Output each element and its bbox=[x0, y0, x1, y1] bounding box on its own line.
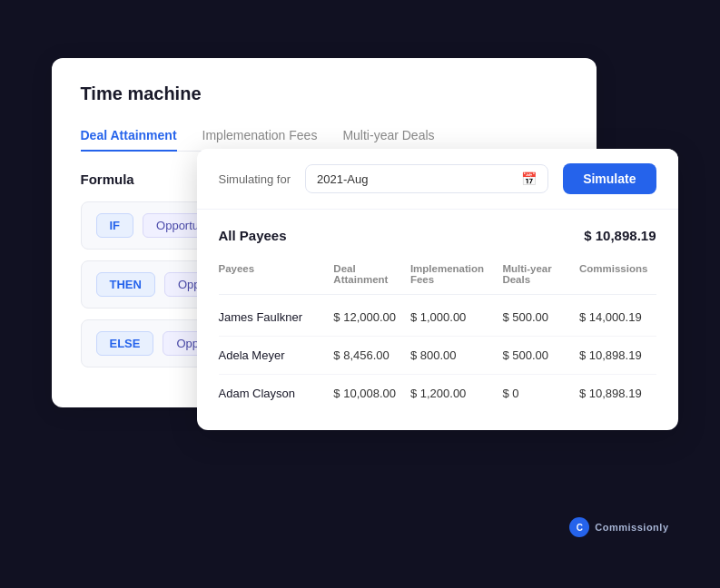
results-body: All Payees $ 10,898.19 Payees Deal Attai… bbox=[197, 210, 678, 430]
results-card: Simulating for 📅 Simulate All Payees $ 1… bbox=[197, 149, 678, 430]
tabs: Deal Attainment Implemenation Fees Multi… bbox=[81, 121, 567, 152]
row1-name: James Faulkner bbox=[219, 310, 334, 324]
row3-comm: $ 10,898.19 bbox=[579, 387, 656, 400]
row1-deal: $ 12,000.00 bbox=[333, 310, 410, 324]
row3-multi: $ 0 bbox=[502, 387, 579, 400]
row2-multi: $ 500.00 bbox=[502, 348, 579, 362]
tab-deal-attainment[interactable]: Deal Attainment bbox=[81, 121, 177, 152]
col-impl-fees: Implemenation Fees bbox=[410, 263, 502, 285]
all-payees-label: All Payees bbox=[219, 228, 287, 243]
watermark: C Commissionly bbox=[569, 517, 668, 537]
table-row: James Faulkner $ 12,000.00 $ 1,000.00 $ … bbox=[219, 299, 656, 337]
keyword-then: THEN bbox=[96, 272, 155, 297]
row2-deal: $ 8,456.00 bbox=[333, 348, 410, 362]
col-payees: Payees bbox=[219, 263, 334, 285]
keyword-if: IF bbox=[96, 213, 134, 238]
card-title: Time machine bbox=[81, 83, 567, 104]
row1-comm: $ 14,000.19 bbox=[579, 310, 656, 324]
table-header: Payees Deal Attainment Implemenation Fee… bbox=[219, 258, 656, 295]
row3-name: Adam Clayson bbox=[219, 387, 334, 400]
table-row: Adam Clayson $ 10,008.00 $ 1,200.00 $ 0 … bbox=[219, 375, 656, 412]
calendar-icon: 📅 bbox=[521, 172, 537, 186]
simulate-bar: Simulating for 📅 Simulate bbox=[197, 149, 678, 210]
col-commissions: Commissions bbox=[579, 263, 656, 285]
simulate-button[interactable]: Simulate bbox=[563, 163, 656, 194]
simulating-for-label: Simulating for bbox=[219, 172, 291, 186]
col-deal-attainment: Deal Attainment bbox=[333, 263, 410, 285]
period-input-wrap[interactable]: 📅 bbox=[305, 164, 548, 193]
col-multi-year: Multi-year Deals bbox=[502, 263, 579, 285]
row3-deal: $ 10,008.00 bbox=[333, 387, 410, 400]
row1-multi: $ 500.00 bbox=[502, 310, 579, 324]
all-payees-total: $ 10,898.19 bbox=[584, 228, 656, 243]
row2-comm: $ 10,898.19 bbox=[579, 348, 656, 362]
row2-name: Adela Meyer bbox=[219, 348, 334, 362]
table-row: Adela Meyer $ 8,456.00 $ 800.00 $ 500.00… bbox=[219, 337, 656, 375]
row1-impl: $ 1,000.00 bbox=[410, 310, 502, 324]
tab-implementation-fees[interactable]: Implemenation Fees bbox=[202, 121, 318, 152]
tab-multi-year-deals[interactable]: Multi-year Deals bbox=[342, 121, 434, 152]
row2-impl: $ 800.00 bbox=[410, 348, 502, 362]
row3-impl: $ 1,200.00 bbox=[410, 387, 502, 400]
all-payees-header: All Payees $ 10,898.19 bbox=[219, 228, 656, 243]
watermark-text: Commissionly bbox=[595, 522, 668, 533]
watermark-logo: C bbox=[569, 517, 589, 537]
period-input[interactable] bbox=[317, 172, 521, 186]
keyword-else: ELSE bbox=[96, 331, 154, 356]
